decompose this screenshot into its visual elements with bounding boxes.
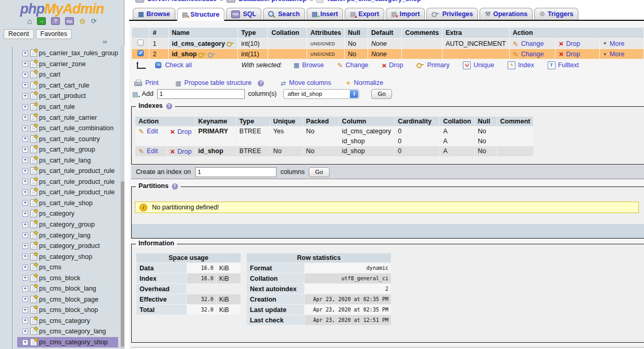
expander-icon[interactable]: + bbox=[22, 179, 28, 184]
propose-structure-button[interactable]: ▦Propose table structure bbox=[175, 79, 252, 86]
link-with-main-panel-button[interactable]: ∞ bbox=[103, 38, 107, 45]
sidebar-table-ps_cart_cart_rule[interactable]: +ps_cart_cart_rule bbox=[17, 80, 118, 91]
sidebar-table-ps_cms_block_shop[interactable]: +ps_cms_block_shop bbox=[17, 305, 118, 316]
expander-icon[interactable]: + bbox=[22, 157, 28, 163]
sidebar-table-ps_category_group[interactable]: +ps_category_group bbox=[17, 219, 118, 230]
print-button[interactable]: Print bbox=[134, 79, 159, 86]
sidebar-table-ps_carrier_zone[interactable]: +ps_carrier_zone bbox=[17, 59, 118, 70]
sidebar-table-ps_cms_category_shop[interactable]: +ps_cms_category_shop bbox=[17, 337, 118, 348]
expander-icon[interactable]: + bbox=[22, 72, 28, 78]
tab-import[interactable]: ▤▼Import bbox=[386, 8, 425, 20]
expander-icon[interactable]: + bbox=[22, 340, 28, 345]
expander-icon[interactable]: + bbox=[22, 115, 28, 120]
sidebar-table-ps_cms_block_page[interactable]: +ps_cms_block_page bbox=[17, 294, 118, 305]
sidebar-table-ps_cart_rule_product_rule[interactable]: +ps_cart_rule_product_rule bbox=[17, 177, 118, 188]
refresh-button[interactable]: ⟳ bbox=[91, 18, 97, 24]
phpmyadmin-logo[interactable]: phpMyAdmin bbox=[0, 1, 124, 17]
sidebar-table-ps_cart_rule_combination[interactable]: +ps_cart_rule_combination bbox=[17, 123, 118, 134]
expander-icon[interactable]: + bbox=[22, 307, 28, 313]
sidebar-table-ps_category_product[interactable]: +ps_category_product bbox=[17, 241, 118, 252]
expander-icon[interactable]: + bbox=[22, 190, 28, 195]
bulk-action-primary[interactable]: Primary bbox=[416, 61, 449, 69]
sidebar-table-ps_cart_rule_carrier[interactable]: +ps_cart_rule_carrier bbox=[17, 112, 118, 123]
check-all-link[interactable]: Check all bbox=[165, 61, 192, 69]
sidebar-table-ps_cms_block[interactable]: +ps_cms_block bbox=[17, 272, 118, 283]
expander-icon[interactable]: + bbox=[22, 51, 28, 56]
expander-icon[interactable]: + bbox=[22, 243, 28, 249]
expander-icon[interactable]: + bbox=[22, 329, 28, 334]
tab-structure[interactable]: ▤✎Structure bbox=[177, 8, 225, 21]
normalize-button[interactable]: ★Normalize bbox=[346, 79, 383, 86]
sidebar-table-ps_category_shop[interactable]: +ps_category_shop bbox=[17, 251, 118, 262]
expander-icon[interactable]: + bbox=[22, 265, 28, 270]
expander-icon[interactable]: + bbox=[22, 136, 28, 142]
bulk-action-index[interactable]: ϟIndex bbox=[508, 61, 534, 69]
sidebar-table-ps_cart_product[interactable]: +ps_cart_product bbox=[17, 91, 118, 102]
breadcrumb-database[interactable]: Database: prestashop bbox=[238, 0, 307, 3]
expander-icon[interactable]: + bbox=[22, 61, 28, 67]
drop-index-link[interactable]: Drop bbox=[178, 148, 192, 155]
sql-window-button[interactable]: SQL bbox=[65, 17, 74, 25]
home-button[interactable]: ⌂ bbox=[27, 17, 32, 25]
sidebar-table-ps_cms_category_lang[interactable]: +ps_cms_category_lang bbox=[17, 326, 118, 337]
change-link[interactable]: Change bbox=[521, 51, 544, 58]
tab-privileges[interactable]: Privileges bbox=[426, 8, 478, 20]
tab-favorites[interactable]: Favorites bbox=[36, 29, 72, 39]
sidebar-table-ps_cart[interactable]: +ps_cart bbox=[17, 69, 118, 80]
tab-sql[interactable]: SQLSQL bbox=[226, 8, 261, 20]
drop-link[interactable]: Drop bbox=[566, 51, 580, 58]
more-link[interactable]: More bbox=[610, 40, 624, 47]
edit-index-link[interactable]: Edit bbox=[147, 147, 158, 155]
create-index-columns-input[interactable] bbox=[195, 167, 276, 177]
tab-browse[interactable]: ▦Browse bbox=[133, 8, 175, 20]
expander-icon[interactable]: + bbox=[22, 168, 28, 174]
move-columns-button[interactable]: ⇄Move columns bbox=[281, 79, 331, 86]
indexes-help-icon[interactable]: ? bbox=[166, 102, 172, 109]
sidebar-table-ps_cart_rule[interactable]: +ps_cart_rule bbox=[17, 102, 118, 113]
sidebar-scrollbar-thumb[interactable] bbox=[121, 181, 124, 347]
row-checkbox[interactable] bbox=[137, 50, 144, 56]
sidebar-table-ps_cart_rule_shop[interactable]: +ps_cart_rule_shop bbox=[17, 198, 118, 209]
drop-index-link[interactable]: Drop bbox=[178, 128, 192, 135]
bulk-action-change[interactable]: ✎Change bbox=[337, 61, 369, 69]
expander-icon[interactable]: + bbox=[22, 82, 28, 88]
drop-link[interactable]: Drop bbox=[566, 40, 580, 47]
exit-button[interactable]: → bbox=[37, 17, 46, 25]
change-link[interactable]: Change bbox=[521, 40, 544, 47]
tab-triggers[interactable]: ⚙Triggers bbox=[534, 8, 578, 20]
more-link[interactable]: More bbox=[610, 51, 624, 58]
row-checkbox[interactable] bbox=[137, 40, 144, 46]
propose-help-icon[interactable]: ? bbox=[258, 79, 264, 86]
expander-icon[interactable]: + bbox=[22, 275, 28, 281]
sidebar-table-ps_cart_rule_product_rule[interactable]: +ps_cart_rule_product_rule bbox=[17, 187, 118, 198]
bulk-action-fulltext[interactable]: TFulltext bbox=[548, 61, 579, 69]
expander-icon[interactable]: + bbox=[22, 232, 28, 238]
breadcrumb-table[interactable]: Table: ps_cms_category_shop bbox=[326, 0, 421, 3]
tab-insert[interactable]: ▤+Insert bbox=[307, 8, 343, 20]
add-position-select[interactable]: after id_shop▲▼ bbox=[283, 89, 359, 99]
sidebar-table-ps_cart_rule_country[interactable]: +ps_cart_rule_country bbox=[17, 133, 118, 144]
expander-icon[interactable]: + bbox=[22, 222, 28, 228]
expander-icon[interactable]: + bbox=[22, 200, 28, 206]
bulk-action-browse[interactable]: ▦Browse bbox=[294, 61, 324, 69]
expander-icon[interactable]: + bbox=[22, 126, 28, 131]
settings-button[interactable]: ⚙ bbox=[79, 18, 86, 25]
expander-icon[interactable]: + bbox=[22, 318, 28, 323]
check-all-checkbox[interactable] bbox=[155, 62, 161, 68]
breadcrumb-server[interactable]: Server: localhost:8889 bbox=[147, 0, 217, 3]
create-index-go-button[interactable]: Go bbox=[309, 167, 329, 177]
add-columns-count-input[interactable] bbox=[157, 89, 245, 99]
tab-recent[interactable]: Recent bbox=[4, 29, 34, 39]
expander-icon[interactable]: + bbox=[22, 147, 28, 153]
expander-icon[interactable]: + bbox=[22, 296, 28, 302]
add-column-go-button[interactable]: Go bbox=[371, 89, 392, 99]
bulk-action-unique[interactable]: UUnique bbox=[463, 61, 494, 69]
sidebar-table-ps_category_lang[interactable]: +ps_category_lang bbox=[17, 230, 118, 241]
sidebar-table-ps_cms_block_lang[interactable]: +ps_cms_block_lang bbox=[17, 283, 118, 294]
sidebar-table-ps_category[interactable]: +ps_category bbox=[17, 208, 118, 219]
sidebar-table-ps_cart_rule_product_rule[interactable]: +ps_cart_rule_product_rule bbox=[17, 166, 118, 177]
sidebar-table-ps_cms[interactable]: +ps_cms bbox=[17, 262, 118, 273]
bulk-action-drop[interactable]: ×Drop bbox=[382, 61, 403, 69]
tab-operations[interactable]: ⚒Operations bbox=[479, 8, 533, 20]
sidebar-table-ps_cms_category[interactable]: +ps_cms_category bbox=[17, 316, 118, 327]
